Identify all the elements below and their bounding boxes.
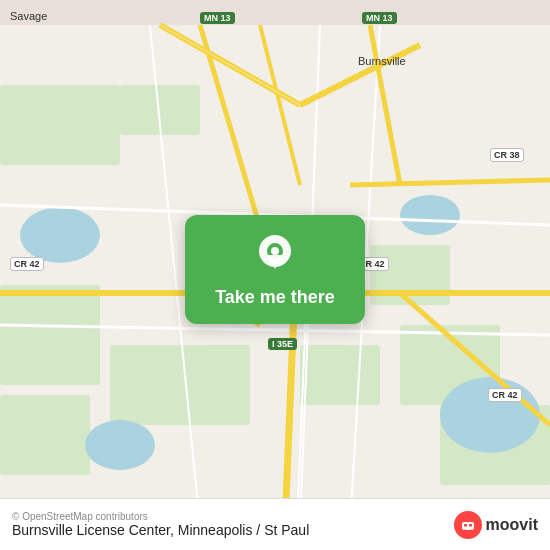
svg-point-37 (463, 529, 466, 532)
svg-rect-40 (469, 524, 472, 527)
road-label-i35e: I 35E (268, 338, 297, 350)
osm-attribution: © OpenStreetMap contributors (12, 511, 309, 522)
svg-point-13 (85, 420, 155, 470)
moovit-logo: moovit (454, 511, 538, 539)
road-label-mn13-right: MN 13 (362, 12, 397, 24)
svg-point-10 (20, 207, 100, 263)
svg-rect-2 (0, 285, 100, 385)
road-label-mn13-left: MN 13 (200, 12, 235, 24)
city-label-burnsville: Burnsville (358, 55, 406, 67)
svg-rect-39 (464, 524, 467, 527)
svg-point-38 (469, 529, 472, 532)
location-title: Burnsville License Center, Minneapolis /… (12, 522, 309, 538)
road-label-cr42-far: CR 42 (488, 388, 522, 402)
svg-rect-9 (300, 345, 380, 405)
bottom-bar-info: © OpenStreetMap contributors Burnsville … (12, 511, 309, 538)
svg-point-12 (400, 195, 460, 235)
svg-rect-36 (462, 522, 474, 530)
svg-point-33 (271, 247, 279, 255)
bottom-bar: © OpenStreetMap contributors Burnsville … (0, 498, 550, 550)
map-container: Savage Burnsville MN 13 MN 13 CR 38 CR 4… (0, 0, 550, 550)
road-label-cr38: CR 38 (490, 148, 524, 162)
moovit-icon (454, 511, 482, 539)
svg-rect-4 (110, 345, 250, 425)
road-label-cr42-left: CR 42 (10, 257, 44, 271)
take-me-there-card[interactable]: Take me there (185, 215, 365, 324)
city-label-savage: Savage (10, 10, 47, 22)
svg-rect-3 (0, 395, 90, 475)
moovit-text: moovit (486, 516, 538, 534)
svg-rect-1 (0, 85, 120, 165)
pin-icon (253, 233, 297, 277)
take-me-there-label: Take me there (215, 287, 335, 308)
